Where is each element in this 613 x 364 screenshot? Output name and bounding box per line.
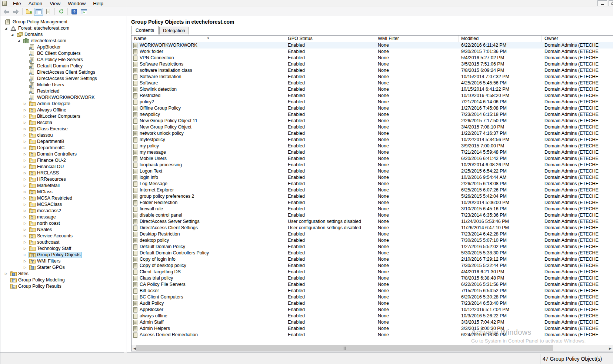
- tree-item[interactable]: ▷HRResources: [0, 176, 124, 183]
- table-row[interactable]: Slowlink detectionEnabledNone10/15/2014 …: [131, 86, 613, 93]
- tree-item[interactable]: ▷mcsaclass2: [0, 208, 124, 214]
- tree-item[interactable]: Group Policy Modeling: [0, 277, 124, 283]
- table-row[interactable]: Class trial policyEnabledNone7/8/2015 6:…: [131, 275, 613, 281]
- table-row[interactable]: firewall ruleEnabledNone3/10/2015 6:45:1…: [131, 206, 613, 212]
- tree-collapsed-icon[interactable]: ▷: [23, 132, 29, 138]
- table-row[interactable]: Default Domain Controllers PolicyEnabled…: [131, 250, 613, 256]
- table-row[interactable]: New Group Policy ObjectEnabledNone3/4/20…: [131, 124, 613, 130]
- table-row[interactable]: Desktop RestrictionEnabledNone7/23/2014 …: [131, 231, 613, 237]
- tree-item[interactable]: Group Policy Results: [0, 283, 124, 290]
- table-row[interactable]: Audit PolicyEnabledNone7/23/2014 6:53:40…: [131, 300, 613, 307]
- tree-item[interactable]: CA Policy File Servers: [0, 57, 124, 63]
- table-row[interactable]: loopback processingEnabledNone10/20/2014…: [131, 162, 613, 168]
- tree-expanded-icon[interactable]: ◢: [17, 38, 22, 44]
- tree-collapsed-icon[interactable]: ▷: [23, 214, 29, 220]
- tree-item[interactable]: DirectAccess Client Settings: [0, 69, 124, 76]
- table-row[interactable]: policy2EnabledNone7/21/2014 6:14:06 PMDo…: [131, 99, 613, 105]
- table-row[interactable]: New Group Policy Object 11EnabledNone2/2…: [131, 118, 613, 124]
- tree-item[interactable]: ▷MarketMall: [0, 183, 124, 189]
- menu-help[interactable]: Help: [89, 0, 107, 7]
- table-row[interactable]: my policyEnabledNone3/9/2015 7:00:00 PMD…: [131, 143, 613, 149]
- tree-item[interactable]: ▷HRCLASS: [0, 170, 124, 176]
- menu-view[interactable]: View: [46, 0, 64, 7]
- table-row[interactable]: software installation classEnabledNone7/…: [131, 67, 613, 74]
- help-button[interactable]: ?: [70, 8, 79, 16]
- refresh-button[interactable]: [57, 8, 66, 16]
- tree-item[interactable]: ▷Group Policy Objects: [0, 252, 124, 258]
- table-row[interactable]: Copy of login infoEnabledNone2/10/2016 7…: [131, 256, 613, 263]
- table-row[interactable]: disable control panelEnabledNone7/23/201…: [131, 212, 613, 218]
- tree-item[interactable]: ▷Class Exercise: [0, 126, 124, 132]
- tree-item[interactable]: ▷Technology Staff: [0, 246, 124, 252]
- scrollbar-thumb[interactable]: [136, 345, 553, 351]
- table-row[interactable]: group policy preferences 2EnabledNone5/2…: [131, 193, 613, 200]
- tree-collapsed-icon[interactable]: ▷: [23, 170, 29, 176]
- tree-item[interactable]: Restrricted: [0, 88, 124, 94]
- tree-collapsed-icon[interactable]: ▷: [23, 164, 29, 170]
- table-row[interactable]: login infoEnabledNone10/2/2016 9:54:44 A…: [131, 174, 613, 181]
- table-row[interactable]: Offline Group PolicyEnabledNone1/27/2016…: [131, 105, 613, 111]
- table-row[interactable]: Folder RedirectionEnabledNone10/20/2014 …: [131, 200, 613, 206]
- tab-delegation[interactable]: Delegation: [159, 27, 189, 34]
- tree-item[interactable]: WORKWORKWORKWORK: [0, 94, 124, 101]
- tree-collapsed-icon[interactable]: ▷: [23, 220, 29, 227]
- tree-collapsed-icon[interactable]: ▷: [23, 138, 29, 145]
- tree-collapsed-icon[interactable]: ▷: [23, 252, 29, 258]
- tree-collapsed-icon[interactable]: ▷: [23, 239, 29, 246]
- table-row[interactable]: Mobile UsersEnabledNone6/20/2016 6:41:42…: [131, 156, 613, 162]
- table-row[interactable]: DirectAccess Server SettingsUser configu…: [131, 218, 613, 225]
- back-button[interactable]: [2, 8, 11, 16]
- menu-file[interactable]: File: [9, 0, 25, 7]
- tree-collapsed-icon[interactable]: ▷: [4, 271, 10, 277]
- table-row[interactable]: BitLockerEnabledNone7/15/2015 6:54:52 PM…: [131, 288, 613, 294]
- tree-item[interactable]: ▷BitLocker Computers: [0, 113, 124, 120]
- table-row[interactable]: Client Targetting DSEnabledNone4/4/2016 …: [131, 269, 613, 275]
- tree-collapsed-icon[interactable]: ▷: [23, 120, 29, 126]
- tree-item[interactable]: ▷Financial OU: [0, 164, 124, 170]
- tree-item[interactable]: ◢Forest: etecheforest.com: [0, 25, 124, 31]
- table-row[interactable]: Work folderEnabledNone9/30/2015 7:01:36 …: [131, 49, 613, 55]
- tree-item[interactable]: ▷Service Accounts: [0, 233, 124, 239]
- table-row[interactable]: my messageEnabledNone7/21/2014 5:59:48 P…: [131, 149, 613, 156]
- table-row[interactable]: Default Domain PolicyEnabledNone1/27/201…: [131, 244, 613, 250]
- tree-item[interactable]: ▷Admin-Delegate: [0, 101, 124, 107]
- tree-collapsed-icon[interactable]: ▷: [23, 126, 29, 132]
- column-header-name[interactable]: Name ▼: [131, 36, 285, 42]
- table-row[interactable]: Admin StaffEnabledNone3/3/2015 7:04:42 P…: [131, 319, 613, 325]
- tree-collapsed-icon[interactable]: ▷: [23, 157, 29, 164]
- tree-collapsed-icon[interactable]: ▷: [23, 264, 29, 271]
- column-header-wmi-filter[interactable]: WMI Filter: [375, 36, 459, 42]
- forward-button[interactable]: [11, 8, 20, 16]
- tree-item[interactable]: Default Domain Policy: [0, 63, 124, 69]
- tree-collapsed-icon[interactable]: ▷: [23, 113, 29, 120]
- table-row[interactable]: Copy of desktop policyEnabledNone7/30/20…: [131, 263, 613, 269]
- tab-contents[interactable]: Contents: [131, 26, 159, 34]
- table-row[interactable]: newpolicyEnabledNone7/23/2014 6:15:18 PM…: [131, 111, 613, 118]
- table-row[interactable]: SoftwareEnabledNone4/25/2016 5:45:56 PMD…: [131, 80, 613, 86]
- tree-item[interactable]: ▷NSales: [0, 227, 124, 233]
- tree-item[interactable]: ▷Always Offline: [0, 107, 124, 113]
- tree-collapsed-icon[interactable]: ▷: [23, 183, 29, 189]
- menu-window[interactable]: Window: [64, 0, 89, 7]
- tree-item[interactable]: AppBlocker: [0, 44, 124, 50]
- tree-item[interactable]: ▷Domain Controllers: [0, 151, 124, 157]
- table-row[interactable]: Access Denied RemediationEnabledNone6/24…: [131, 332, 613, 338]
- table-row[interactable]: Software RestrictionsEnabledNone3/5/2015…: [131, 61, 613, 67]
- table-row[interactable]: VPN ConnectionEnabledNone5/4/2016 5:27:0…: [131, 55, 613, 61]
- tree-item[interactable]: DirectAccess Server Settings: [0, 76, 124, 82]
- tree-item[interactable]: ▷MCSA Restricted: [0, 195, 124, 201]
- table-row[interactable]: Logon TextEnabledNone2/25/2015 6:54:22 P…: [131, 168, 613, 174]
- tree-item[interactable]: ▷Finance OU-2: [0, 157, 124, 164]
- horizontal-scrollbar[interactable]: ◀ ▶: [131, 345, 613, 351]
- table-row[interactable]: WORKWORKWORKWORKEnabledNone6/22/2016 6:1…: [131, 42, 613, 49]
- tree-collapsed-icon[interactable]: ▷: [23, 176, 29, 183]
- table-row[interactable]: RestrictedEnabledNone10/10/2016 4:58:20 …: [131, 93, 613, 99]
- tree-item[interactable]: ▷classou: [0, 132, 124, 138]
- table-row[interactable]: Admin HelpersEnabledNone3/3/2015 8:00:30…: [131, 325, 613, 332]
- tree-item[interactable]: BC Client Computers: [0, 50, 124, 57]
- export-list-button[interactable]: [44, 8, 53, 16]
- tree-item[interactable]: Group Policy Management: [0, 19, 124, 25]
- tree-collapsed-icon[interactable]: ▷: [23, 233, 29, 239]
- tree-item[interactable]: ▷north coast: [0, 220, 124, 227]
- tree-item[interactable]: ▷Sites: [0, 271, 124, 277]
